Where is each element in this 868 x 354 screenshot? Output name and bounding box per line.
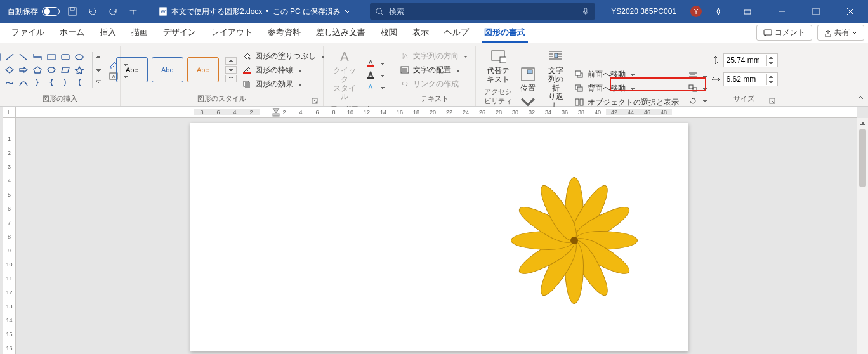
group-label-accessibility: アクセシビリティ	[481, 87, 515, 108]
text-fill-button[interactable]: A	[364, 58, 388, 68]
shape-parallelogram-icon[interactable]	[59, 64, 72, 75]
shapes-gallery-more[interactable]	[92, 52, 103, 88]
shape-lbrace-icon[interactable]	[45, 77, 58, 88]
undo-button[interactable]	[85, 4, 100, 19]
shape-height-field[interactable]	[723, 53, 778, 67]
shape-hexagon-icon[interactable]	[45, 64, 58, 75]
tab-layout[interactable]: レイアウト	[204, 23, 260, 42]
share-button[interactable]: 共有	[817, 25, 864, 41]
send-backward-icon	[574, 84, 584, 93]
height-up[interactable]	[767, 55, 775, 60]
shapes-gallery[interactable]: A	[0, 51, 86, 88]
style-preset-1[interactable]: Abc	[116, 57, 148, 82]
shape-fill-button[interactable]: 図形の塗りつぶし	[240, 50, 328, 62]
shape-width-field[interactable]	[723, 72, 778, 86]
width-up[interactable]	[767, 74, 775, 79]
tab-review[interactable]: 校閲	[373, 23, 405, 42]
shape-arrow-r-icon[interactable]	[17, 64, 30, 75]
tab-mailings[interactable]: 差し込み文書	[308, 23, 373, 42]
shape-arc-icon[interactable]	[0, 77, 2, 88]
horizontal-ruler[interactable]: 8642246810121416182022242628303234363840…	[16, 107, 857, 118]
tab-shape-format[interactable]: 図形の書式	[477, 23, 533, 42]
dialog-launcher-size[interactable]	[769, 98, 775, 104]
mic-icon[interactable]	[581, 7, 590, 16]
flower-shape[interactable]	[504, 171, 644, 310]
dialog-launcher-styles[interactable]	[312, 98, 318, 104]
scroll-thumb[interactable]	[859, 129, 866, 187]
tab-home[interactable]: ホーム	[52, 23, 92, 42]
shape-effects-button[interactable]: 図形の効果	[240, 78, 328, 90]
tab-view[interactable]: 表示	[405, 23, 437, 42]
ribbon-display-button[interactable]	[735, 0, 760, 23]
rotate-button[interactable]	[687, 95, 710, 105]
user-avatar[interactable]: Y	[690, 6, 702, 17]
shape-line2-icon[interactable]	[17, 51, 30, 63]
shape-freeform-icon[interactable]	[3, 77, 16, 88]
svg-text:A: A	[369, 59, 373, 66]
align-text-button[interactable]: 文字の配置	[398, 64, 471, 76]
svg-point-13	[76, 55, 83, 60]
style-preset-2[interactable]: Abc	[152, 57, 183, 82]
shape-rbrace2-icon[interactable]	[73, 77, 86, 88]
tab-design[interactable]: デザイン	[155, 23, 204, 42]
word-file-icon: W	[159, 7, 168, 16]
width-down[interactable]	[767, 79, 775, 85]
collapse-ribbon-button[interactable]	[857, 94, 864, 103]
minimize-button[interactable]	[769, 0, 794, 23]
ruler-tick: 7	[3, 216, 15, 230]
send-backward-button[interactable]: 背面へ移動	[573, 82, 680, 95]
align-button[interactable]	[687, 71, 710, 81]
bring-forward-button[interactable]: 前面へ移動	[573, 69, 680, 81]
svg-rect-25	[367, 77, 374, 79]
tab-references[interactable]: 参考資料	[260, 23, 308, 42]
comments-button[interactable]: コメント	[756, 25, 812, 41]
shape-rbrace-icon[interactable]	[31, 77, 44, 88]
ruler-tick: 10	[342, 109, 358, 115]
tab-file[interactable]: ファイル	[4, 23, 52, 42]
vertical-scrollbar[interactable]	[857, 118, 868, 354]
ruler-tick: 6	[3, 202, 15, 216]
shape-rect-icon[interactable]	[45, 51, 58, 63]
shape-width-input[interactable]	[727, 75, 761, 84]
tab-draw[interactable]: 描画	[124, 23, 155, 42]
text-outline-button[interactable]: A	[364, 70, 388, 80]
bring-forward-icon	[574, 70, 584, 79]
qat-more-button[interactable]	[126, 4, 141, 19]
close-button[interactable]	[838, 0, 863, 23]
tab-help[interactable]: ヘルプ	[437, 23, 477, 42]
maximize-button[interactable]	[803, 0, 829, 23]
vertical-ruler[interactable]: 12345678910111213141516	[3, 118, 16, 354]
style-gallery-more[interactable]	[225, 57, 237, 82]
style-preset-3[interactable]: Abc	[187, 57, 219, 82]
account-name[interactable]: YS2020 365PC001	[611, 7, 676, 16]
search-input[interactable]: 検索	[370, 3, 595, 20]
indent-marker-icon[interactable]	[272, 108, 280, 118]
shape-height-input[interactable]	[727, 56, 761, 65]
shape-oval-icon[interactable]	[73, 51, 86, 63]
svg-point-16	[248, 58, 250, 60]
autosave-toggle[interactable]: 自動保存	[8, 6, 60, 17]
shape-line-icon[interactable]	[3, 51, 16, 63]
shape-roundrect-icon[interactable]	[59, 51, 72, 63]
shape-pentagon-icon[interactable]	[31, 64, 44, 75]
tab-insert[interactable]: 挿入	[92, 23, 124, 42]
height-down[interactable]	[767, 60, 775, 66]
shape-textbox-icon[interactable]: A	[0, 51, 2, 63]
quick-styles-button[interactable]: Aクイック スタイル	[329, 46, 360, 104]
shape-outline-button[interactable]: 図形の枠線	[240, 64, 328, 76]
coming-soon-button[interactable]	[711, 4, 726, 19]
group-objects-button[interactable]	[687, 83, 710, 93]
alt-text-button[interactable]: 代替テ キスト	[484, 46, 512, 87]
shape-triangle-icon[interactable]	[0, 64, 2, 75]
shape-connector-icon[interactable]	[31, 51, 44, 63]
shape-curve-icon[interactable]	[17, 77, 30, 88]
save-button[interactable]	[65, 4, 80, 19]
text-effects-button[interactable]: A	[364, 82, 388, 92]
scroll-up-button[interactable]	[857, 118, 868, 129]
shape-diamond-icon[interactable]	[3, 64, 16, 75]
ruler-tick: 12	[358, 109, 375, 115]
shape-star-icon[interactable]	[73, 64, 86, 75]
redo-button[interactable]	[105, 4, 121, 19]
document-page[interactable]	[190, 123, 688, 351]
shape-lbrace2-icon[interactable]	[59, 77, 72, 88]
